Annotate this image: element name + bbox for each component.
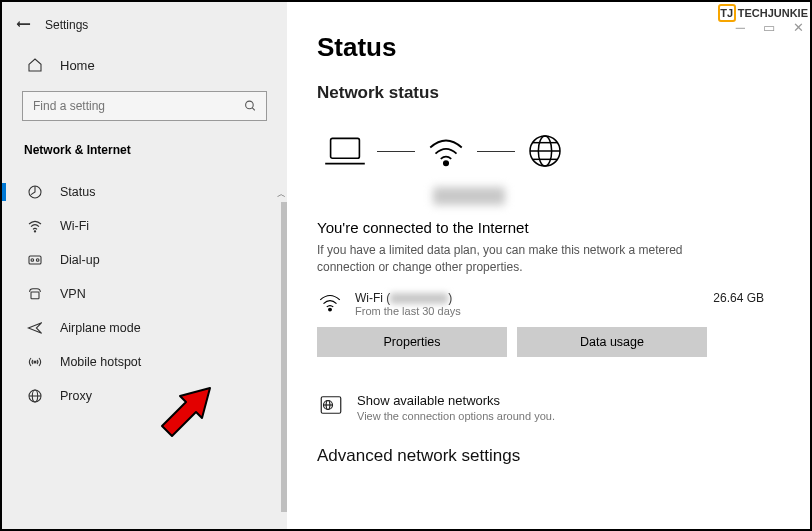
globe-diagram-icon xyxy=(525,131,565,171)
svg-rect-7 xyxy=(31,292,39,299)
show-networks-row[interactable]: Show available networks View the connect… xyxy=(317,387,810,446)
window-controls: ─ ▭ ✕ xyxy=(736,20,804,35)
status-icon xyxy=(26,184,44,200)
sidebar: 🠔 Settings Home Network & Internet ︿ Sta… xyxy=(2,2,287,529)
svg-point-6 xyxy=(36,259,39,262)
sidebar-item-hotspot[interactable]: Mobile hotspot xyxy=(2,345,287,379)
connected-description: If you have a limited data plan, you can… xyxy=(317,242,697,277)
search-box[interactable] xyxy=(22,91,267,121)
sidebar-item-proxy[interactable]: Proxy xyxy=(2,379,287,413)
close-button[interactable]: ✕ xyxy=(793,20,804,35)
svg-line-1 xyxy=(252,108,255,111)
settings-title: Settings xyxy=(45,18,88,32)
sidebar-item-label: VPN xyxy=(60,287,86,301)
search-icon xyxy=(244,100,257,113)
sidebar-item-label: Wi-Fi xyxy=(60,219,89,233)
data-usage-button[interactable]: Data usage xyxy=(517,327,707,357)
ssid-blurred xyxy=(390,293,448,304)
usage-amount: 26.64 GB xyxy=(713,291,810,305)
minimize-button[interactable]: ─ xyxy=(736,20,745,35)
watermark-text: TECHJUNKIE xyxy=(738,7,808,19)
globe-icon xyxy=(26,388,44,404)
sidebar-item-wifi[interactable]: Wi-Fi xyxy=(2,209,287,243)
home-label: Home xyxy=(60,58,95,73)
usage-network-label: Wi-Fi () xyxy=(355,291,461,305)
sidebar-item-status[interactable]: Status xyxy=(2,175,287,209)
globe-window-icon xyxy=(319,393,343,417)
wifi-usage-icon xyxy=(317,291,343,313)
laptop-icon xyxy=(323,133,367,169)
properties-button[interactable]: Properties xyxy=(317,327,507,357)
avail-title: Show available networks xyxy=(357,393,555,408)
search-input[interactable] xyxy=(22,91,267,121)
network-name-blurred xyxy=(433,187,505,205)
sidebar-item-label: Proxy xyxy=(60,389,92,403)
avail-subtitle: View the connection options around you. xyxy=(357,410,555,422)
wifi-diagram-icon xyxy=(425,133,467,169)
main-content: Status Network status You're connected t… xyxy=(287,2,810,529)
diagram-line xyxy=(477,151,515,152)
back-button[interactable]: 🠔 xyxy=(16,16,31,33)
svg-point-5 xyxy=(31,259,34,262)
dialup-icon xyxy=(26,252,44,268)
airplane-icon xyxy=(26,320,44,336)
home-icon xyxy=(26,57,44,73)
subtitle: Network status xyxy=(317,83,810,103)
sidebar-item-vpn[interactable]: VPN xyxy=(2,277,287,311)
watermark: TJ TECHJUNKIE xyxy=(718,4,808,22)
wifi-icon xyxy=(26,218,44,234)
sidebar-item-label: Status xyxy=(60,185,95,199)
sidebar-item-label: Mobile hotspot xyxy=(60,355,141,369)
page-title: Status xyxy=(317,32,810,63)
diagram-line xyxy=(377,151,415,152)
nav-list: Status Wi-Fi Dial-up VPN xyxy=(2,175,287,413)
network-diagram xyxy=(317,123,810,193)
usage-period: From the last 30 days xyxy=(355,305,461,317)
svg-point-20 xyxy=(329,308,332,311)
svg-point-0 xyxy=(246,101,254,109)
svg-point-14 xyxy=(444,161,448,165)
sidebar-item-label: Dial-up xyxy=(60,253,100,267)
usage-row: Wi-Fi () From the last 30 days 26.64 GB xyxy=(317,291,810,317)
advanced-title: Advanced network settings xyxy=(317,446,810,466)
watermark-logo-icon: TJ xyxy=(718,4,736,22)
vpn-icon xyxy=(26,286,44,302)
home-nav-item[interactable]: Home xyxy=(2,47,287,83)
section-title: Network & Internet xyxy=(2,137,287,175)
sidebar-item-airplane[interactable]: Airplane mode xyxy=(2,311,287,345)
sidebar-item-dialup[interactable]: Dial-up xyxy=(2,243,287,277)
svg-rect-12 xyxy=(331,138,360,158)
maximize-button[interactable]: ▭ xyxy=(763,20,775,35)
hotspot-icon xyxy=(26,354,44,370)
svg-point-8 xyxy=(34,361,36,363)
sidebar-item-label: Airplane mode xyxy=(60,321,141,335)
connected-title: You're connected to the Internet xyxy=(317,219,810,236)
svg-point-3 xyxy=(34,231,35,232)
